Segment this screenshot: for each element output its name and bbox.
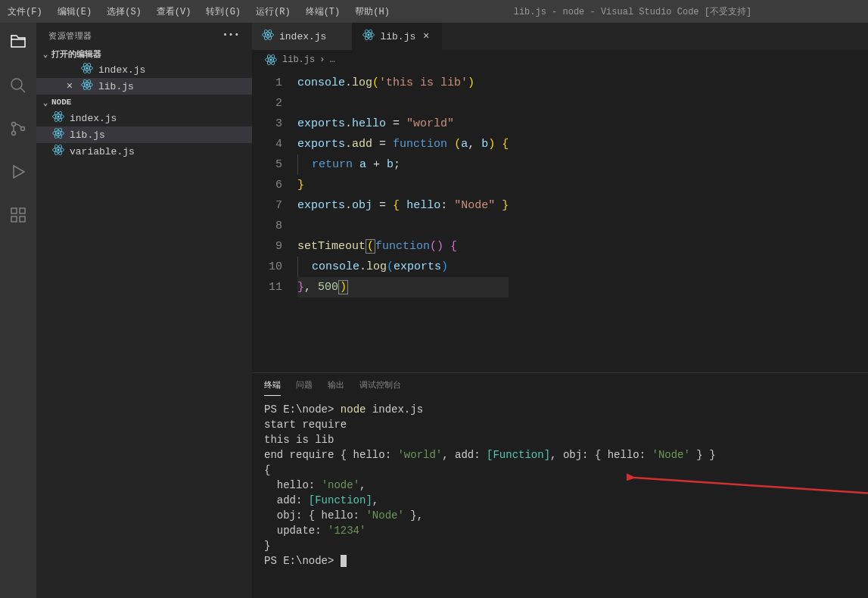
code-lines[interactable]: console.log('this is lib') exports.hello… — [297, 73, 509, 372]
editor-tab[interactable]: index.js — [252, 23, 353, 50]
breadcrumb-more: … — [329, 55, 334, 65]
menu-bar: 文件(F)编辑(E)选择(S)查看(V)转到(G)运行(R)终端(T)帮助(H) — [0, 5, 397, 18]
menu-item[interactable]: 选择(S) — [99, 5, 149, 18]
chevron-down-icon: ⌄ — [39, 96, 51, 108]
svg-rect-7 — [20, 216, 25, 222]
svg-point-0 — [11, 79, 22, 89]
svg-rect-4 — [11, 208, 17, 213]
react-icon — [362, 28, 375, 45]
menu-item[interactable]: 终端(T) — [298, 5, 348, 18]
svg-point-28 — [267, 34, 269, 36]
debug-icon[interactable] — [6, 160, 30, 188]
file-label: variable.js — [70, 146, 135, 157]
react-icon — [80, 61, 94, 78]
editor-area: index.js lib.js × lib.js › … 12345678910… — [252, 23, 868, 598]
react-icon — [51, 110, 65, 126]
explorer-icon[interactable] — [6, 30, 30, 58]
svg-point-16 — [58, 116, 60, 118]
titlebar: 文件(F)编辑(E)选择(S)查看(V)转到(G)运行(R)终端(T)帮助(H)… — [0, 0, 868, 23]
file-label: index.js — [98, 64, 145, 76]
react-icon — [80, 78, 94, 95]
file-item[interactable]: index.js — [36, 110, 252, 126]
code-editor[interactable]: 1234567891011 console.log('this is lib')… — [252, 70, 868, 372]
sidebar-title: 资源管理器 — [48, 30, 92, 42]
svg-point-24 — [58, 149, 60, 151]
panel-tab[interactable]: 终端 — [264, 379, 281, 396]
svg-point-20 — [58, 132, 60, 135]
svg-point-3 — [21, 127, 25, 131]
close-icon[interactable]: × — [64, 80, 76, 92]
search-icon[interactable] — [6, 73, 30, 101]
editor-tab[interactable]: lib.js × — [353, 23, 442, 50]
more-icon[interactable]: ••• — [222, 30, 240, 42]
open-editors-label: 打开的编辑器 — [51, 48, 101, 60]
line-numbers: 1234567891011 — [252, 73, 297, 372]
menu-item[interactable]: 运行(R) — [248, 5, 298, 18]
placeholder — [64, 64, 76, 76]
react-icon — [51, 143, 65, 160]
chevron-down-icon: ⌄ — [39, 48, 51, 60]
menu-item[interactable]: 编辑(E) — [50, 5, 100, 18]
menu-item[interactable]: 文件(F) — [0, 5, 50, 18]
svg-point-2 — [12, 132, 16, 135]
sidebar: 资源管理器 ••• ⌄ 打开的编辑器 index.js × lib.js ⌄ N… — [36, 23, 252, 598]
file-item[interactable]: variable.js — [36, 143, 252, 160]
panel-tab[interactable]: 输出 — [328, 379, 344, 396]
panel-tabs: 终端问题输出调试控制台 — [252, 373, 868, 396]
tab-label: index.js — [279, 31, 326, 42]
extensions-icon[interactable] — [6, 203, 30, 231]
file-item[interactable]: lib.js — [36, 126, 252, 143]
project-name: NODE — [51, 98, 71, 107]
svg-rect-6 — [11, 216, 17, 222]
file-label: lib.js — [70, 129, 105, 141]
breadcrumb-file: lib.js — [282, 55, 315, 65]
project-header[interactable]: ⌄ NODE — [36, 95, 252, 110]
svg-point-8 — [86, 67, 89, 70]
svg-rect-5 — [20, 208, 25, 213]
react-icon — [261, 28, 275, 45]
svg-point-36 — [270, 59, 272, 61]
open-editor-item[interactable]: × lib.js — [36, 78, 252, 95]
svg-point-32 — [368, 34, 370, 36]
menu-item[interactable]: 帮助(H) — [347, 5, 397, 18]
panel-tab[interactable]: 问题 — [296, 379, 313, 396]
svg-point-12 — [86, 84, 89, 86]
source-control-icon[interactable] — [6, 117, 30, 145]
activity-bar — [0, 23, 36, 598]
open-editor-item[interactable]: index.js — [36, 61, 252, 78]
react-icon — [264, 53, 278, 67]
panel-tab[interactable]: 调试控制台 — [359, 379, 401, 396]
tab-label: lib.js — [380, 31, 415, 42]
breadcrumb[interactable]: lib.js › … — [252, 50, 868, 70]
chevron-right-icon: › — [319, 55, 325, 65]
close-icon[interactable]: × — [420, 30, 432, 42]
svg-point-1 — [12, 123, 16, 126]
window-title: lib.js - node - Visual Studio Code [不受支持… — [397, 5, 868, 18]
react-icon — [51, 126, 65, 143]
file-label: lib.js — [98, 81, 134, 92]
file-label: index.js — [70, 113, 117, 124]
terminal-output[interactable]: PS E:\node> node index.jsstart requireth… — [252, 396, 868, 598]
menu-item[interactable]: 查看(V) — [149, 5, 199, 18]
bottom-panel: 终端问题输出调试控制台 PS E:\node> node index.jssta… — [252, 372, 868, 598]
menu-item[interactable]: 转到(G) — [198, 5, 248, 18]
editor-tabs: index.js lib.js × — [252, 23, 868, 50]
open-editors-header[interactable]: ⌄ 打开的编辑器 — [36, 46, 252, 61]
